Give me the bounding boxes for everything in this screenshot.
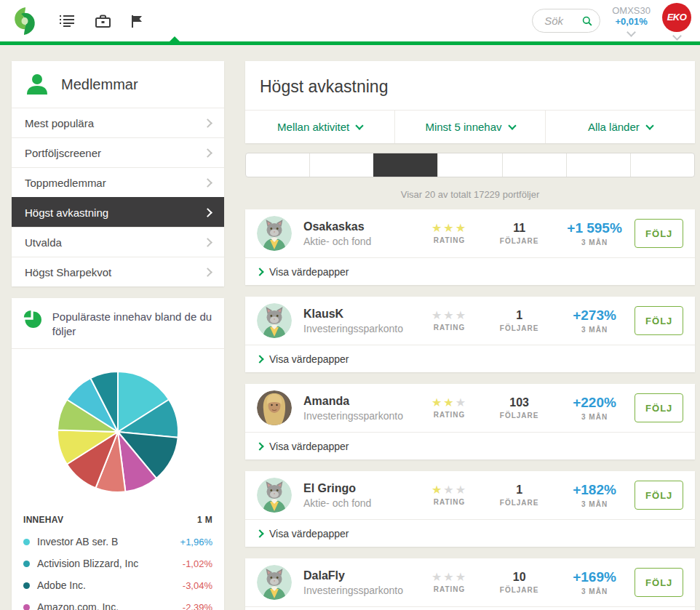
show-securities-expander[interactable]: Visa värdepapper bbox=[245, 432, 695, 459]
holding-name: Investor AB ser. B bbox=[37, 536, 118, 547]
chevron-down-icon bbox=[356, 121, 364, 129]
sidebar-item[interactable]: Toppmedlemmar bbox=[12, 167, 224, 197]
period-tab[interactable] bbox=[246, 153, 309, 177]
followers-count: 103 bbox=[485, 396, 554, 409]
member-list: Osakaskas Aktie- och fond ★★★ RATING 11 … bbox=[245, 209, 695, 610]
follow-button[interactable]: FÖLJ bbox=[635, 481, 683, 510]
chevron-right-icon bbox=[255, 529, 263, 537]
member-rating: ★★★ RATING bbox=[414, 310, 484, 332]
flag-icon[interactable] bbox=[131, 15, 143, 28]
follow-button[interactable]: FÖLJ bbox=[635, 393, 683, 422]
nav-active-indicator bbox=[0, 41, 700, 45]
holding-bullet-icon bbox=[23, 561, 30, 567]
filter-dropdown[interactable]: Mellan aktivitet bbox=[245, 111, 394, 143]
ticker-name: OMXS30 bbox=[612, 6, 651, 16]
shareville-logo-icon[interactable] bbox=[10, 7, 39, 36]
change-percent: +220% bbox=[554, 395, 635, 411]
chevron-down-icon bbox=[645, 121, 653, 129]
followers-label: FÖLJARE bbox=[485, 324, 554, 332]
sidebar-item-label: Mest populära bbox=[25, 117, 94, 129]
star-icon: ★ bbox=[456, 571, 467, 583]
widget-title: Populäraste innehav bland de du följer bbox=[52, 308, 212, 338]
follow-button[interactable]: FÖLJ bbox=[635, 568, 683, 597]
show-securities-expander[interactable]: Visa värdepapper bbox=[245, 606, 695, 610]
show-securities-expander[interactable]: Visa värdepapper bbox=[245, 257, 695, 285]
follow-button[interactable]: FÖLJ bbox=[635, 219, 683, 248]
holding-row[interactable]: Amazon.com, Inc. -2,39% bbox=[23, 596, 212, 610]
star-icon: ★ bbox=[431, 396, 443, 409]
popular-holdings-widget: Populäraste innehav bland de du följer I… bbox=[12, 298, 224, 610]
show-securities-label: Visa värdepapper bbox=[269, 441, 349, 452]
period-tab[interactable] bbox=[630, 153, 694, 177]
member-followers: 103 FÖLJARE bbox=[485, 396, 554, 420]
avatar[interactable]: EKO bbox=[662, 3, 691, 32]
sidebar-item[interactable]: Utvalda bbox=[12, 227, 224, 257]
search-icon[interactable] bbox=[582, 15, 592, 28]
show-securities-expander[interactable]: Visa värdepapper bbox=[245, 519, 695, 547]
sidebar-item[interactable]: Portföljscreener bbox=[12, 137, 224, 167]
pie-chart-icon bbox=[23, 308, 42, 330]
sidebar-title: Medlemmar bbox=[61, 76, 138, 93]
member-avatar[interactable] bbox=[257, 478, 292, 513]
holding-row[interactable]: Activision Blizzard, Inc -1,02% bbox=[23, 553, 212, 574]
member-avatar[interactable] bbox=[257, 390, 292, 425]
search-box[interactable] bbox=[532, 9, 600, 33]
portfolio-icon[interactable] bbox=[95, 15, 111, 28]
period-tab[interactable] bbox=[309, 153, 373, 177]
sidebar-item[interactable]: Högst avkastning bbox=[12, 197, 224, 227]
chevron-right-icon bbox=[203, 119, 212, 128]
followers-count: 1 bbox=[485, 483, 554, 497]
period-tab[interactable] bbox=[437, 153, 501, 177]
show-securities-label: Visa värdepapper bbox=[269, 266, 349, 278]
period-tab[interactable] bbox=[373, 153, 437, 177]
change-percent: +1 595% bbox=[554, 220, 635, 236]
member-avatar[interactable] bbox=[257, 565, 292, 600]
member-icon bbox=[25, 72, 49, 97]
member-name[interactable]: Amanda bbox=[303, 395, 414, 408]
search-input[interactable] bbox=[543, 14, 578, 28]
star-icon: ★ bbox=[443, 483, 455, 496]
user-menu[interactable]: EKO bbox=[662, 3, 691, 39]
show-securities-expander[interactable]: Visa värdepapper bbox=[245, 345, 695, 372]
star-icon: ★ bbox=[431, 309, 443, 321]
member-name[interactable]: Osakaskas bbox=[303, 220, 414, 233]
member-account-type: Aktie- och fond bbox=[303, 497, 414, 509]
index-ticker[interactable]: OMXS30 +0,01% bbox=[612, 6, 651, 36]
sidebar-item[interactable]: Högst Sharpekvot bbox=[12, 257, 224, 286]
member-avatar[interactable] bbox=[257, 216, 292, 251]
watchlist-icon[interactable] bbox=[60, 15, 75, 27]
member-name[interactable]: El Gringo bbox=[303, 482, 414, 495]
member-name[interactable]: DalaFly bbox=[303, 569, 414, 582]
chevron-down-icon bbox=[508, 121, 516, 129]
member-name[interactable]: KlausK bbox=[303, 308, 414, 321]
member-rating: ★★★ RATING bbox=[414, 397, 484, 419]
sidebar-item[interactable]: Mest populära bbox=[12, 108, 224, 137]
page-title: Högst avkastning bbox=[245, 61, 695, 110]
follow-button[interactable]: FÖLJ bbox=[635, 306, 683, 335]
filter-dropdown[interactable]: Minst 5 innehav bbox=[394, 111, 544, 143]
holding-row[interactable]: Adobe Inc. -3,04% bbox=[23, 574, 212, 596]
holding-name: Activision Blizzard, Inc bbox=[37, 558, 138, 569]
followers-label: FÖLJARE bbox=[485, 412, 554, 420]
member-avatar[interactable] bbox=[257, 303, 292, 338]
rating-stars: ★★★ bbox=[414, 397, 484, 409]
star-icon: ★ bbox=[443, 396, 455, 409]
filter-dropdown[interactable]: Alla länder bbox=[545, 111, 695, 143]
followers-count: 11 bbox=[485, 222, 554, 235]
followers-count: 1 bbox=[485, 309, 554, 322]
ticker-change: +0,01% bbox=[615, 17, 647, 27]
rating-stars: ★★★ bbox=[414, 484, 484, 496]
widget-header: Populäraste innehav bland de du följer bbox=[12, 298, 224, 349]
change-period-label: 3 MÅN bbox=[554, 413, 635, 421]
period-tab[interactable] bbox=[502, 153, 566, 177]
chevron-right-icon bbox=[203, 148, 212, 158]
chevron-right-icon bbox=[255, 268, 263, 276]
holding-row[interactable]: Investor AB ser. B +1,96% bbox=[23, 531, 212, 553]
member-card: Osakaskas Aktie- och fond ★★★ RATING 11 … bbox=[245, 209, 695, 285]
star-icon: ★ bbox=[431, 222, 443, 234]
sidebar-item-label: Portföljscreener bbox=[25, 147, 101, 159]
holding-change: -1,02% bbox=[183, 558, 212, 569]
holdings-table-header: INNEHAV 1 M bbox=[23, 506, 212, 531]
period-tab[interactable] bbox=[566, 153, 630, 177]
member-change: +220% 3 MÅN bbox=[554, 395, 635, 421]
